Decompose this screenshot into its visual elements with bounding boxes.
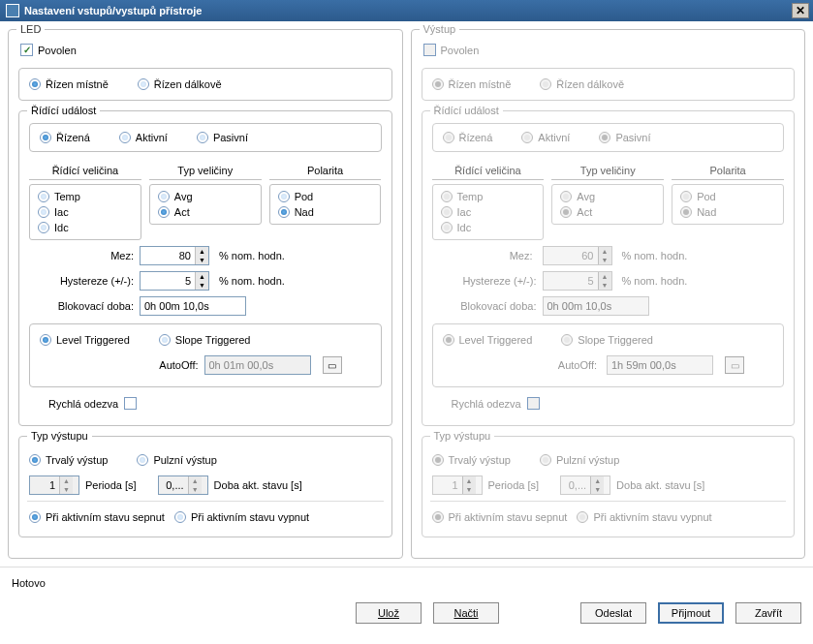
out-mez-spinbox: ▲▼ <box>543 246 612 265</box>
led-hyst-label: Hystereze (+/-): <box>29 275 134 287</box>
panel-output-title: Výstup <box>420 23 460 35</box>
led-mez-input[interactable] <box>141 247 195 264</box>
out-col-polarity: Polarita <box>672 162 784 180</box>
led-mode-active-radio[interactable]: Aktivní <box>119 132 168 143</box>
out-mode-active-radio: Aktivní <box>521 132 570 143</box>
out-trig-level-radio: Level Triggered <box>443 334 533 346</box>
led-block-input[interactable]: 0h 00m 10,0s <box>140 296 246 316</box>
led-mode-passive-radio[interactable]: Pasivní <box>197 132 248 143</box>
out-hyst-label: Hystereze (+/-): <box>432 275 537 287</box>
out-mode-passive-radio: Pasivní <box>599 132 650 143</box>
led-autooff-label: AutoOff: <box>159 359 198 371</box>
out-type-avg-radio: Avg <box>560 191 655 202</box>
footer: Hotovo Ulož Načti Odeslat Přijmout Zavří… <box>0 567 813 644</box>
panel-led-title: LED <box>16 23 45 35</box>
out-block-input: 0h 00m 10,0s <box>543 296 649 316</box>
out-qty-iac-radio: Iac <box>441 206 536 218</box>
led-hyst-spinbox[interactable]: ▲▼ <box>140 271 209 291</box>
led-event-group-title: Řídící událost <box>27 105 100 116</box>
out-out-pulse-radio: Pulzní výstup <box>540 454 619 466</box>
led-hyst-input[interactable] <box>141 272 195 290</box>
out-pol-nad-radio: Nad <box>680 206 775 218</box>
led-autooff-input: 0h 01m 00,0s <box>204 355 311 375</box>
led-trig-level-radio[interactable]: Level Triggered <box>40 334 130 346</box>
led-enabled-checkbox[interactable] <box>20 44 33 56</box>
led-type-act-radio[interactable]: Act <box>158 206 253 218</box>
titlebar: Nastavení vstupů/vystupů přístroje ✕ <box>0 0 813 21</box>
out-col-quantity: Řídící veličina <box>432 162 545 180</box>
send-button[interactable]: Odeslat <box>580 602 646 624</box>
out-enabled-checkbox[interactable] <box>423 44 436 56</box>
out-on-active-off-radio: Při aktivním stavu vypnut <box>577 511 711 523</box>
status-text: Hotovo <box>12 577 801 589</box>
led-col-polarity: Polarita <box>269 162 382 180</box>
window-title: Nastavení vstupů/vystupů přístroje <box>24 5 202 16</box>
app-icon <box>6 4 19 17</box>
accept-button[interactable]: Přijmout <box>658 602 724 624</box>
led-col-quantity: Řídící veličina <box>29 162 141 180</box>
panel-output: Výstup Povolen Řízen místně Řízen dálkov… <box>411 29 806 559</box>
led-mez-label: Mez: <box>29 250 134 261</box>
out-fast-label: Rychlá odezva <box>452 398 521 410</box>
out-control-local-radio: Řízen místně <box>432 78 512 90</box>
panel-led: LED Povolen Řízen místně Řízen dálkově Ř… <box>8 29 403 559</box>
out-period-spinbox: ▲▼ <box>432 475 483 495</box>
out-hyst-spinbox: ▲▼ <box>543 271 612 291</box>
led-active-spinbox: ▲▼ <box>158 475 208 495</box>
led-out-pulse-radio[interactable]: Pulzní výstup <box>137 454 216 466</box>
led-fast-checkbox[interactable] <box>124 397 137 410</box>
led-col-type: Typ veličiny <box>149 162 262 180</box>
led-qty-idc-radio[interactable]: Idc <box>38 222 133 233</box>
out-qty-idc-radio: Idc <box>441 222 536 233</box>
led-autooff-clear-button[interactable]: ▭ <box>323 356 342 374</box>
out-mez-label: Mez: <box>432 248 537 263</box>
out-type-act-radio: Act <box>560 206 655 218</box>
led-pol-nad-radio[interactable]: Nad <box>278 206 373 218</box>
out-autooff-label: AutoOff: <box>554 357 601 373</box>
led-enabled-label: Povolen <box>38 45 77 56</box>
save-button[interactable]: Ulož <box>356 602 422 624</box>
led-block-label: Blokovací doba: <box>29 300 134 312</box>
out-pol-pod-radio: Pod <box>680 191 775 202</box>
led-qty-temp-radio[interactable]: Temp <box>38 191 133 202</box>
led-fast-label: Rychlá odezva <box>48 398 118 410</box>
out-fast-checkbox <box>527 397 540 410</box>
led-trig-slope-radio[interactable]: Slope Triggered <box>159 334 251 346</box>
out-active-spinbox: ▲▼ <box>560 475 610 495</box>
led-on-active-off-radio[interactable]: Při aktivním stavu vypnut <box>174 511 309 523</box>
out-out-perm-radio: Trvalý výstup <box>432 454 511 466</box>
out-block-label: Blokovací doba: <box>432 300 537 312</box>
out-enabled-label: Povolen <box>441 45 480 56</box>
out-autooff-clear-button: ▭ <box>725 356 744 374</box>
out-on-active-on-radio: Při aktivním stavu sepnut <box>432 511 568 523</box>
led-period-spinbox: ▲▼ <box>29 475 79 495</box>
out-autooff-input: 1h 59m 00,0s <box>607 355 713 375</box>
window-close-button[interactable]: ✕ <box>792 3 809 18</box>
led-on-active-on-radio[interactable]: Při aktivním stavu sepnut <box>29 511 165 523</box>
load-button[interactable]: Načti <box>433 602 499 624</box>
led-control-local-radio[interactable]: Řízen místně <box>29 78 109 90</box>
led-type-avg-radio[interactable]: Avg <box>158 191 253 202</box>
out-qty-temp-radio: Temp <box>441 191 536 202</box>
led-mode-driven-radio[interactable]: Řízená <box>40 132 90 143</box>
led-pol-pod-radio[interactable]: Pod <box>278 191 373 202</box>
out-mode-driven-radio: Řízená <box>443 132 493 143</box>
led-mez-spinbox[interactable]: ▲▼ <box>140 246 209 265</box>
led-out-perm-radio[interactable]: Trvalý výstup <box>29 454 108 466</box>
out-outtype-title: Typ výstupu <box>430 430 495 442</box>
out-col-type: Typ veličiny <box>551 162 664 180</box>
led-qty-iac-radio[interactable]: Iac <box>38 206 133 218</box>
out-trig-slope-radio: Slope Triggered <box>561 334 653 346</box>
out-control-remote-radio: Řízen dálkově <box>540 78 624 90</box>
led-control-remote-radio[interactable]: Řízen dálkově <box>138 78 222 90</box>
led-outtype-title: Typ výstupu <box>27 430 92 442</box>
close-button[interactable]: Zavřít <box>735 602 801 624</box>
out-event-group-title: Řídící událost <box>430 105 503 116</box>
